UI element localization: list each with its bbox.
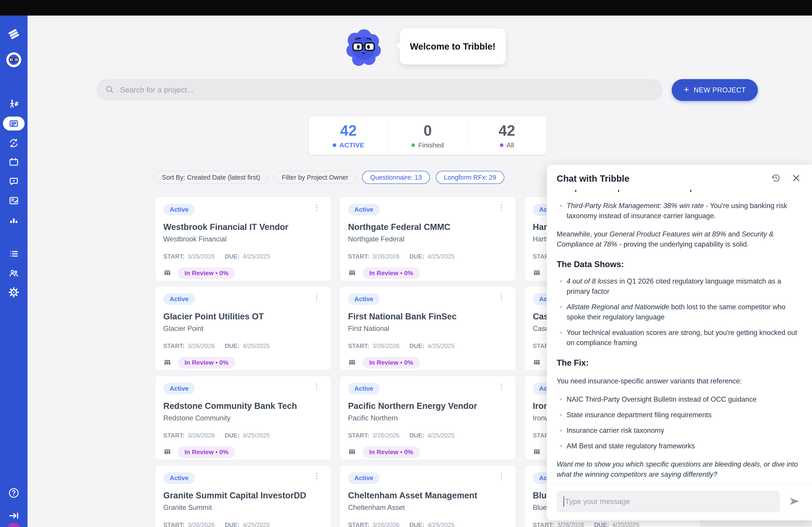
sort-by-chip[interactable]: Sort By: Created Date (latest first) (154, 171, 268, 184)
project-card[interactable]: Active ⋮ Cheltenham Asset Management Che… (340, 465, 516, 527)
due-value: 4/25/2025 (427, 432, 454, 439)
tribble-mascot (342, 25, 386, 70)
chat-title: Chat with Tribble (557, 174, 629, 184)
kebab-menu-icon[interactable]: ⋮ (495, 472, 508, 479)
checklist-icon[interactable] (8, 195, 19, 206)
due-value: 4/25/2025 (612, 522, 639, 527)
chat-bullet-item: 4 out of 8 losses in Q1 2026 cited regul… (557, 276, 801, 297)
chat-bullet-item: Allstate Regional and Nationwide both lo… (557, 302, 801, 322)
table-icon (533, 358, 541, 367)
project-card[interactable]: Active ⋮ Glacier Point Utilities OT Glac… (155, 286, 331, 371)
questionnaire-chip[interactable]: Questionnaire: 13 (362, 171, 430, 184)
list-icon[interactable] (8, 249, 19, 259)
walker-handoff-icon[interactable] (8, 99, 19, 110)
chat-paragraph: Want me to show you which specific quest… (557, 459, 801, 479)
project-dates: START:3/26/2026 DUE:4/25/2025 (163, 432, 323, 439)
status-badge: Active (348, 472, 380, 484)
sidebar: TK (0, 16, 28, 527)
start-label: START: (348, 432, 369, 439)
status-badge: Active (348, 383, 380, 394)
stat-all[interactable]: 42 All (467, 116, 547, 155)
status-badge: Active (163, 472, 195, 484)
kebab-menu-icon[interactable]: ⋮ (310, 204, 323, 211)
kebab-menu-icon[interactable]: ⋮ (310, 472, 323, 479)
kebab-menu-icon[interactable]: ⋮ (495, 204, 508, 211)
calendar-icon[interactable] (8, 157, 19, 167)
project-title: Cheltenham Asset Management (348, 491, 508, 500)
project-company: Northgate Federal (348, 235, 508, 243)
filter-owner-chip[interactable]: Filter by Project Owner (274, 171, 356, 184)
sign-out-icon[interactable] (8, 510, 19, 521)
start-value: 3/26/2026 (188, 253, 215, 260)
project-card[interactable]: Active ⋮ Granite Summit Capital Investor… (155, 465, 331, 527)
review-badge: In Review • 0% (362, 446, 420, 458)
chat-paragraph: You need insurance-specific answer varia… (557, 376, 801, 386)
help-icon[interactable] (8, 487, 19, 499)
project-company: Cheltenham Asset (348, 503, 508, 512)
project-title: Pacific Northern Energy Vendor (348, 401, 508, 411)
close-icon[interactable] (792, 174, 801, 183)
kebab-menu-icon[interactable]: ⋮ (310, 293, 323, 300)
kebab-menu-icon[interactable]: ⋮ (495, 383, 508, 390)
chat-message-body[interactable]: Third-Party Risk Management: 38% win rat… (547, 189, 812, 484)
review-badge: In Review • 0% (362, 357, 420, 368)
table-icon (348, 358, 356, 367)
project-title: Glacier Point Utilities OT (163, 312, 323, 321)
kebab-menu-icon[interactable]: ⋮ (310, 383, 323, 390)
table-icon (533, 269, 541, 278)
bullet-dot (560, 306, 562, 308)
project-dates: START:3/26/2026 DUE:4/25/2025 (533, 522, 692, 527)
search-input[interactable] (120, 86, 654, 94)
chat-message-input[interactable] (565, 497, 773, 506)
search-icon (105, 85, 114, 95)
bar-chart-icon[interactable] (8, 215, 19, 225)
tribble-avatar-icon[interactable] (6, 51, 22, 68)
chat-section-heading: The Fix: (557, 358, 801, 368)
review-badge: In Review • 0% (178, 267, 235, 279)
project-card[interactable]: Active ⋮ Pacific Northern Energy Vendor … (340, 376, 516, 460)
sidebar-item-projects[interactable] (3, 117, 25, 131)
start-label: START: (348, 343, 369, 350)
chat-section-heading: The Data Shows: (557, 259, 801, 269)
project-dates: START:3/26/2026 DUE:4/25/2025 (163, 522, 323, 527)
chat-input-box[interactable] (557, 491, 780, 512)
kebab-menu-icon[interactable]: ⋮ (495, 293, 508, 300)
project-card[interactable]: Active ⋮ Westbrook Financial IT Vendor W… (155, 197, 331, 281)
project-card[interactable]: Active ⋮ Northgate Federal CMMC Northgat… (340, 197, 516, 281)
status-badge: Active (163, 293, 195, 305)
project-dates: START:3/26/2026 DUE:4/25/2025 (348, 522, 508, 527)
review-badge: In Review • 0% (362, 267, 420, 279)
due-label: DUE: (224, 522, 240, 527)
filter-chips: Sort By: Created Date (latest first) Fil… (154, 171, 504, 184)
chat-bullet-item: AM Best and state regulatory frameworks (557, 441, 801, 451)
start-label: START: (348, 522, 369, 527)
people-icon[interactable] (8, 268, 19, 278)
clipped-scrolled-text (557, 190, 801, 195)
stat-finished[interactable]: 0 Finished (388, 116, 467, 155)
table-icon (163, 269, 171, 278)
due-label: DUE: (409, 343, 424, 350)
chat-bullet-item: Your technical evaluation scores are str… (557, 328, 801, 348)
bullet-dot (560, 280, 562, 283)
longform-rfx-chip[interactable]: Longform RFx: 29 (436, 171, 504, 184)
stat-active[interactable]: 42 ACTIVE (309, 116, 388, 155)
start-value: 3/26/2026 (188, 343, 215, 350)
sync-sparkle-icon[interactable] (8, 138, 19, 149)
send-button[interactable] (787, 494, 802, 510)
status-badge: Active (348, 204, 380, 215)
project-search[interactable] (97, 79, 663, 101)
user-avatar[interactable]: TK (6, 523, 21, 527)
bullet-dot (560, 332, 562, 334)
review-badge: In Review • 0% (178, 357, 235, 368)
gear-icon[interactable] (8, 287, 19, 298)
start-value: 3/26/2026 (188, 522, 215, 527)
project-dates: START:3/26/2026 DUE:4/25/2025 (348, 253, 508, 260)
tribble-logo-icon[interactable] (8, 28, 20, 40)
history-icon[interactable] (771, 173, 781, 184)
project-card[interactable]: Active ⋮ First National Bank FinSec Firs… (340, 286, 516, 371)
project-card[interactable]: Active ⋮ Redstone Community Bank Tech Re… (155, 376, 331, 460)
chat-sparkle-icon[interactable] (8, 176, 19, 187)
welcome-text: Welcome to Tribble! (410, 42, 495, 51)
project-company: Westbrook Financial (163, 235, 323, 243)
new-project-button[interactable]: + NEW PROJECT (672, 79, 758, 101)
